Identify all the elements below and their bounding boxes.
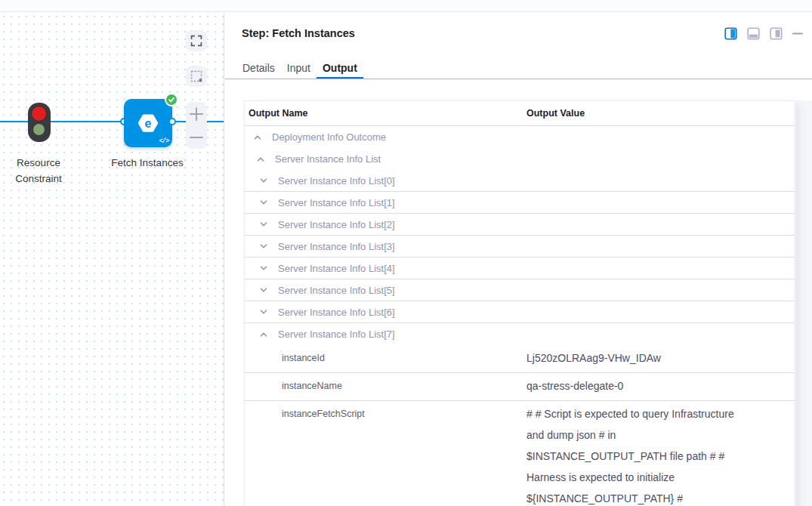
output-group-label: Server Instance Info List[2] [278,219,395,230]
tree-row-name-cell: Server Instance Info List[6] [245,307,395,318]
zoom-out-button[interactable] [186,125,207,149]
tree-row-name-cell: Deployment Info Outcome [245,131,386,143]
output-table-card: Output Name Output Value Deployment Info… [244,100,795,506]
chevron-down-icon[interactable] [258,219,269,230]
output-tree-row[interactable]: Server Instance Info List[1] [245,192,795,214]
chevron-down-icon[interactable] [258,175,269,186]
chevron-up-icon[interactable] [258,329,269,340]
card-shadow-gutter [796,100,812,506]
output-kv-row: instanceFetchScript# # Script is expecte… [245,401,795,506]
output-kv-row: instanceNameqa-stress-delegate-0 [245,373,795,401]
fetch-instances-node[interactable]: e </> [124,99,172,147]
zoom-to-fit-button[interactable] [186,30,207,51]
page-title: Step: Fetch Instances [242,27,355,39]
tree-row-name-cell: Server Instance Info List [245,153,381,165]
resource-constraint-node[interactable] [28,103,51,142]
output-value: qa-stress-delegate-0 [526,375,744,396]
zoom-in-button[interactable] [186,102,207,125]
tabs-divider [225,79,812,79]
output-key: instanceName [245,375,526,396]
step-detail-panel: Step: Fetch Instances Details Input Outp… [225,13,812,506]
chevron-down-icon[interactable] [258,197,269,208]
column-header-output-name: Output Name [245,108,526,119]
tab-output[interactable]: Output [316,57,363,79]
split-right-view-icon[interactable] [724,27,737,40]
output-group-label: Server Instance Info List [275,153,381,165]
output-group-label: Server Instance Info List[5] [278,285,395,296]
output-group-label: Server Instance Info List[0] [278,175,395,187]
tab-input[interactable]: Input [281,57,316,79]
zoom-controls [186,102,207,149]
output-group-label: Server Instance Info List[4] [278,263,395,274]
zoom-in-icon [188,106,205,122]
output-tree-row[interactable]: Server Instance Info List [245,148,795,170]
tree-row-name-cell: Server Instance Info List[7] [245,329,395,340]
chevron-up-icon[interactable] [252,132,263,143]
traffic-light-red-icon [31,106,47,122]
output-tree-row[interactable]: Server Instance Info List[0] [245,170,795,192]
pipeline-canvas[interactable]: Resource Constraint e </> Fetch Instance… [0,13,224,506]
chevron-up-icon[interactable] [255,154,266,165]
tree-row-name-cell: Server Instance Info List[3] [245,241,395,252]
output-rows: Deployment Info OutcomeServer Instance I… [245,126,795,506]
output-value: Lj520zOLRAag9-VHw_IDAw [526,347,744,369]
tree-row-name-cell: Server Instance Info List[2] [245,219,395,230]
output-tree-row[interactable]: Server Instance Info List[7] [245,323,795,345]
output-tree-row[interactable]: Server Instance Info List[4] [245,258,795,279]
top-bar [0,0,812,12]
output-group-label: Server Instance Info List[6] [278,307,395,318]
output-tree-row[interactable]: Server Instance Info List[5] [245,279,795,301]
zoom-to-fit-icon [189,33,204,48]
output-tree-row[interactable]: Deployment Info Outcome [245,126,795,148]
chevron-down-icon[interactable] [258,307,269,317]
node-label-fetch-instances: Fetch Instances [94,155,200,171]
marquee-select-button[interactable] [186,66,207,87]
tree-row-name-cell: Server Instance Info List[0] [245,175,395,187]
chevron-down-icon[interactable] [258,285,269,295]
node-label-resource-constraint: Resource Constraint [1,155,76,187]
output-value: # # Script is expected to query Infrastr… [526,403,744,506]
drawer-view-icon[interactable] [770,27,783,40]
output-tree-row[interactable]: Server Instance Info List[6] [245,301,795,323]
zoom-out-icon [188,129,205,146]
output-group-label: Server Instance Info List[3] [278,241,395,252]
output-group-label: Server Instance Info List[1] [278,197,395,208]
marquee-select-icon [189,69,204,84]
tree-row-name-cell: Server Instance Info List[1] [245,197,395,208]
chevron-down-icon[interactable] [258,263,269,273]
detail-tabs: Details Input Output [236,57,363,79]
split-bottom-view-icon[interactable] [747,27,760,40]
output-group-label: Deployment Info Outcome [272,131,386,143]
output-key: instanceFetchScript [245,403,526,424]
output-group-label: Server Instance Info List[7] [278,329,395,340]
output-kv-row: instanceIdLj520zOLRAag9-VHw_IDAw [245,345,795,373]
panel-view-controls [724,27,803,39]
tab-details[interactable]: Details [236,57,281,79]
node-output-port [168,118,176,125]
svg-text:e: e [145,117,152,130]
success-check-icon [165,93,178,106]
minimize-icon[interactable] [792,27,803,40]
output-tree-row[interactable]: Server Instance Info List[3] [245,236,795,258]
harness-logo-icon: e [137,112,159,134]
tree-row-name-cell: Server Instance Info List[4] [245,263,395,274]
output-key: instanceId [245,347,526,369]
code-icon: </> [159,137,168,145]
output-tree-row[interactable]: Server Instance Info List[2] [245,214,795,236]
traffic-light-green-icon [32,123,45,136]
table-header: Output Name Output Value [245,101,795,126]
column-header-output-value: Output Value [526,108,795,119]
tree-row-name-cell: Server Instance Info List[5] [245,285,395,296]
chevron-down-icon[interactable] [258,241,269,251]
